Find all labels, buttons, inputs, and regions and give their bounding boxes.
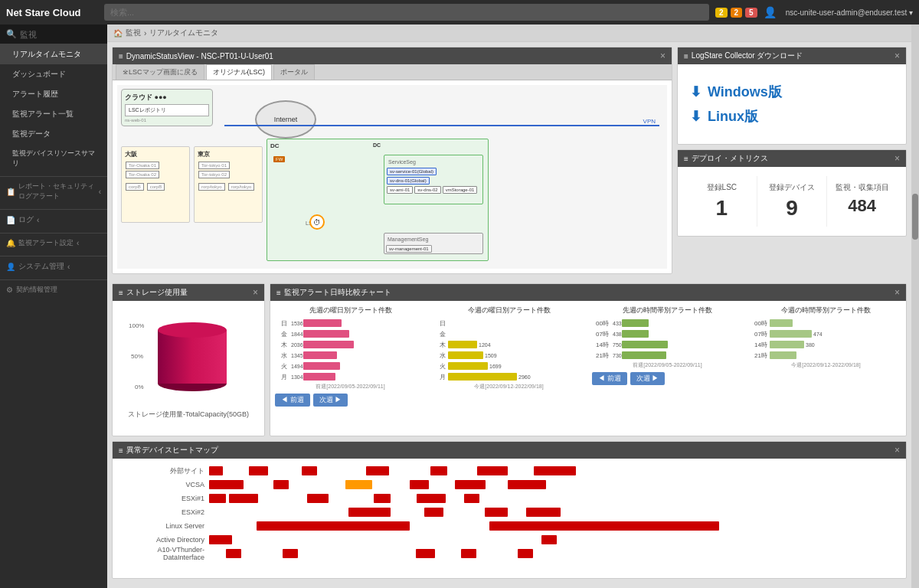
sidebar-section-sysadmin[interactable]: 👤 システム管理 ‹ xyxy=(0,256,107,276)
sidebar-item-alert-list[interactable]: 監視アラート一覧 xyxy=(0,104,107,124)
notif-badge-red[interactable]: 5 xyxy=(745,8,757,18)
metrics-close-button[interactable]: × xyxy=(894,153,900,164)
cell-empty xyxy=(243,549,281,558)
sidebar: 🔍 ▾ リアルタイムモニタ ダッシュボード アラート履歴 監視アラート一覧 監視… xyxy=(0,24,107,588)
cur-hour-axis: 今週[2022/09/12-2022/09/18] xyxy=(751,361,901,369)
sidebar-section-log[interactable]: 📄 ログ ‹ xyxy=(0,209,107,230)
alert-chart-body: 先週の曜日別アラート件数 日 1536 金 xyxy=(270,301,906,411)
alert-chart-icon: ≡ xyxy=(276,289,281,297)
cur-bar-row-3: 木 1204 xyxy=(433,340,584,349)
heatmap-panel: ≡ 異常デバイスヒートマップ × 外部サイト xyxy=(112,441,907,579)
metrics-panel-title: デプロイ・メトリクス xyxy=(692,153,768,164)
sidebar-section-contract[interactable]: ⚙ 契約情報管理 xyxy=(0,279,107,299)
heatmap-row-ad: Active Directory xyxy=(117,534,901,546)
content-area: 🏠 監視 › リアルタイムモニタ ≡ DynamicStatusView - N… xyxy=(107,24,911,588)
download-linux-icon: ⬇ xyxy=(690,108,702,125)
cloud-box: クラウド ●●● LSCレポジトリ ns-web-01 xyxy=(121,89,213,126)
osaka-node-1: Tor-Osaka 01 xyxy=(126,162,159,169)
hour-3-bar xyxy=(622,341,668,348)
bar-sun-val: 1536 xyxy=(291,321,303,326)
cur-day-axis: 今週[2022/09/12-2022/09/18] xyxy=(433,383,584,390)
cylinder-chart: 100% 50% 0% xyxy=(150,322,227,391)
prev-hour-next-btn[interactable]: 次週 ▶ xyxy=(630,372,666,385)
main-layout: 🔍 ▾ リアルタイムモニタ ダッシュボード アラート履歴 監視アラート一覧 監視… xyxy=(0,24,919,588)
sidebar-search-bar[interactable]: 🔍 ▾ xyxy=(0,24,107,44)
dsv-tab-original[interactable]: オリジナル(LSC) xyxy=(206,64,273,80)
log-icon: 📄 xyxy=(6,216,15,224)
cur-bar-row-6: 月 2960 xyxy=(433,372,584,381)
heatmap-close-button[interactable]: × xyxy=(894,445,900,456)
tokyo-label: 東京 xyxy=(198,150,259,158)
cell-empty xyxy=(234,535,540,544)
day-fri: 金 xyxy=(275,330,287,338)
cell xyxy=(508,480,546,489)
day-tue: 火 xyxy=(275,362,287,371)
notif-badge-orange[interactable]: 2 xyxy=(731,8,743,18)
metrics-header-icon: ≡ xyxy=(684,155,688,163)
dsv-body: クラウド ●●● LSCレポジトリ ns-web-01 Internet VPN xyxy=(113,80,672,273)
dsv-tab-portal[interactable]: ポータル xyxy=(273,64,315,80)
bell-icon: 🔔 xyxy=(6,239,15,247)
cell-empty xyxy=(270,466,300,475)
dc-site-box: DC FW ServiceSeg sv-servi xyxy=(267,139,489,261)
day-wed: 水 xyxy=(275,351,287,360)
download-windows-icon: ⬇ xyxy=(690,83,702,100)
sidebar-section-reports[interactable]: 📋 レポート・セキュリティログアラート ‹ xyxy=(0,176,107,206)
dc-inner-label: DC xyxy=(373,142,381,148)
lsc-details: ns-web-01 xyxy=(125,118,209,122)
heatmap-label-ad: Active Directory xyxy=(117,536,209,544)
sidebar-section-alert-settings[interactable]: 🔔 監視アラート設定 ‹ xyxy=(0,233,107,253)
user-info[interactable]: nsc-unite-user-admin@enduser.test ▾ xyxy=(786,8,913,17)
storage-close-button[interactable]: × xyxy=(253,287,258,298)
day-mon: 月 xyxy=(275,373,287,381)
heatmap-row-vcsa: VCSA xyxy=(117,479,901,491)
dc-inner: FW ServiceSeg sv-service-01(Global) sv-d… xyxy=(270,152,485,167)
prev-day-next-btn[interactable]: 次週 ▶ xyxy=(313,394,348,407)
cur-day-2: 金 xyxy=(433,330,446,338)
alert-chart-header: ≡ 監視アラート日時比較チャート × xyxy=(270,284,906,301)
hour-1-container: 433 xyxy=(611,319,743,327)
alert-chart-close[interactable]: × xyxy=(894,287,900,298)
linux-download-link[interactable]: ⬇ Linux版 xyxy=(690,107,894,126)
cell xyxy=(257,521,410,531)
metrics-grid: 登録LSC 1 登録デバイス 9 監視・収集項目 484 xyxy=(687,176,897,227)
cur-bar-2-container xyxy=(448,330,584,338)
windows-download-link[interactable]: ⬇ Windows版 xyxy=(690,83,894,101)
notif-badge-yellow[interactable]: 2 xyxy=(715,8,728,18)
scrollbar-thumb[interactable] xyxy=(912,194,918,240)
cur-hour-2-val: 474 xyxy=(813,332,823,337)
global-search-input[interactable] xyxy=(104,4,709,21)
prev-hour-axis: 前週[2022/09/05-2022/09/11] xyxy=(592,361,743,369)
alert-chart-title: 監視アラート日時比較チャート xyxy=(284,287,391,298)
dsv-tab-lsc-back[interactable]: ※LSCマップ画面に戻る xyxy=(116,64,204,80)
sidebar-item-monitor-data[interactable]: 監視データ xyxy=(0,124,107,144)
sidebar-item-device-summary[interactable]: 監視デバイスリソースサマリ xyxy=(0,144,107,173)
app-logo: Net Stare Cloud xyxy=(6,7,98,18)
hour-21: 21時 xyxy=(592,351,609,360)
cur-bar-6-container: 2960 xyxy=(448,373,584,381)
sidebar-item-dashboard[interactable]: ダッシュボード xyxy=(0,64,107,84)
scrollbar-track[interactable] xyxy=(911,24,919,588)
download-header-icon: ≡ xyxy=(684,52,688,60)
heatmap-label-esxi1: ESXi#1 xyxy=(117,495,209,502)
cur-bar-6 xyxy=(448,373,517,381)
sidebar-search-input[interactable] xyxy=(20,30,107,39)
dsv-close-button[interactable]: × xyxy=(660,51,666,61)
bar-thu xyxy=(303,341,354,348)
cur-hour-3-bar xyxy=(770,341,804,348)
download-close-button[interactable]: × xyxy=(894,51,900,61)
metric-collect-value: 484 xyxy=(830,196,894,216)
linux-download-label: Linux版 xyxy=(708,107,758,126)
bar-row-thu: 木 2036 xyxy=(275,340,426,349)
prev-hour-prev-btn[interactable]: ◀ 前週 xyxy=(592,372,627,385)
dsv-panel: ≡ DynamicStatusView - NSC-PT01-U-User01 … xyxy=(112,47,672,274)
cell-empty xyxy=(392,508,423,517)
cur-hour-4-bar xyxy=(770,351,796,359)
cur-bar-6-val: 2960 xyxy=(518,374,531,380)
prev-day-prev-btn[interactable]: ◀ 前週 xyxy=(275,394,310,407)
metrics-body: 登録LSC 1 登録デバイス 9 監視・収集項目 484 xyxy=(678,167,906,236)
sidebar-item-alert-history[interactable]: アラート履歴 xyxy=(0,84,107,104)
alert-chart-grid: 先週の曜日別アラート件数 日 1536 金 xyxy=(275,305,901,407)
sidebar-item-realtime[interactable]: リアルタイムモニタ xyxy=(0,44,107,64)
cell-empty xyxy=(209,549,224,558)
